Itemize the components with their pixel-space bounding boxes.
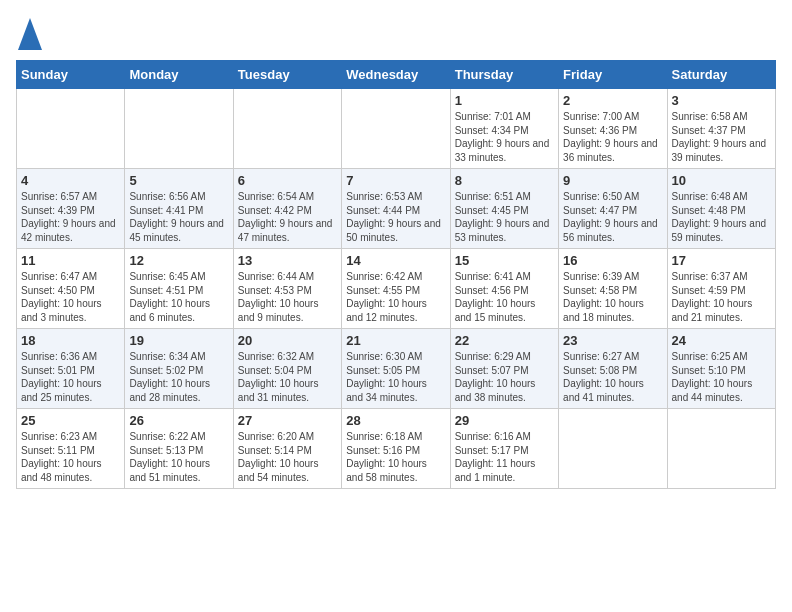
day-number: 24 xyxy=(672,333,771,348)
day-info: Sunrise: 6:54 AMSunset: 4:42 PMDaylight:… xyxy=(238,190,337,244)
calendar-cell: 12Sunrise: 6:45 AMSunset: 4:51 PMDayligh… xyxy=(125,249,233,329)
day-info: Sunrise: 6:58 AMSunset: 4:37 PMDaylight:… xyxy=(672,110,771,164)
calendar-cell: 26Sunrise: 6:22 AMSunset: 5:13 PMDayligh… xyxy=(125,409,233,489)
day-number: 4 xyxy=(21,173,120,188)
calendar-cell xyxy=(559,409,667,489)
day-info: Sunrise: 6:30 AMSunset: 5:05 PMDaylight:… xyxy=(346,350,445,404)
calendar-cell: 25Sunrise: 6:23 AMSunset: 5:11 PMDayligh… xyxy=(17,409,125,489)
day-number: 5 xyxy=(129,173,228,188)
day-number: 16 xyxy=(563,253,662,268)
calendar-cell: 3Sunrise: 6:58 AMSunset: 4:37 PMDaylight… xyxy=(667,89,775,169)
calendar-cell: 7Sunrise: 6:53 AMSunset: 4:44 PMDaylight… xyxy=(342,169,450,249)
day-number: 27 xyxy=(238,413,337,428)
calendar-header-monday: Monday xyxy=(125,61,233,89)
day-info: Sunrise: 6:53 AMSunset: 4:44 PMDaylight:… xyxy=(346,190,445,244)
day-info: Sunrise: 6:20 AMSunset: 5:14 PMDaylight:… xyxy=(238,430,337,484)
logo xyxy=(16,16,46,52)
day-number: 1 xyxy=(455,93,554,108)
day-info: Sunrise: 6:45 AMSunset: 4:51 PMDaylight:… xyxy=(129,270,228,324)
calendar-cell: 24Sunrise: 6:25 AMSunset: 5:10 PMDayligh… xyxy=(667,329,775,409)
day-number: 22 xyxy=(455,333,554,348)
calendar-header-wednesday: Wednesday xyxy=(342,61,450,89)
calendar-cell: 2Sunrise: 7:00 AMSunset: 4:36 PMDaylight… xyxy=(559,89,667,169)
calendar-week-row: 11Sunrise: 6:47 AMSunset: 4:50 PMDayligh… xyxy=(17,249,776,329)
day-number: 26 xyxy=(129,413,228,428)
calendar-cell: 8Sunrise: 6:51 AMSunset: 4:45 PMDaylight… xyxy=(450,169,558,249)
calendar-cell: 9Sunrise: 6:50 AMSunset: 4:47 PMDaylight… xyxy=(559,169,667,249)
day-number: 8 xyxy=(455,173,554,188)
calendar-cell: 17Sunrise: 6:37 AMSunset: 4:59 PMDayligh… xyxy=(667,249,775,329)
calendar-week-row: 25Sunrise: 6:23 AMSunset: 5:11 PMDayligh… xyxy=(17,409,776,489)
calendar-header-row: SundayMondayTuesdayWednesdayThursdayFrid… xyxy=(17,61,776,89)
day-number: 7 xyxy=(346,173,445,188)
calendar-cell: 6Sunrise: 6:54 AMSunset: 4:42 PMDaylight… xyxy=(233,169,341,249)
day-info: Sunrise: 6:48 AMSunset: 4:48 PMDaylight:… xyxy=(672,190,771,244)
day-info: Sunrise: 6:57 AMSunset: 4:39 PMDaylight:… xyxy=(21,190,120,244)
calendar-cell: 27Sunrise: 6:20 AMSunset: 5:14 PMDayligh… xyxy=(233,409,341,489)
calendar-cell: 4Sunrise: 6:57 AMSunset: 4:39 PMDaylight… xyxy=(17,169,125,249)
day-number: 19 xyxy=(129,333,228,348)
calendar-cell xyxy=(17,89,125,169)
calendar-cell: 21Sunrise: 6:30 AMSunset: 5:05 PMDayligh… xyxy=(342,329,450,409)
svg-marker-0 xyxy=(18,18,42,50)
calendar-cell: 11Sunrise: 6:47 AMSunset: 4:50 PMDayligh… xyxy=(17,249,125,329)
day-info: Sunrise: 6:36 AMSunset: 5:01 PMDaylight:… xyxy=(21,350,120,404)
calendar-cell xyxy=(342,89,450,169)
day-info: Sunrise: 6:25 AMSunset: 5:10 PMDaylight:… xyxy=(672,350,771,404)
calendar-week-row: 18Sunrise: 6:36 AMSunset: 5:01 PMDayligh… xyxy=(17,329,776,409)
calendar-cell xyxy=(667,409,775,489)
calendar-cell: 1Sunrise: 7:01 AMSunset: 4:34 PMDaylight… xyxy=(450,89,558,169)
calendar-week-row: 1Sunrise: 7:01 AMSunset: 4:34 PMDaylight… xyxy=(17,89,776,169)
day-number: 21 xyxy=(346,333,445,348)
calendar-cell: 10Sunrise: 6:48 AMSunset: 4:48 PMDayligh… xyxy=(667,169,775,249)
calendar-cell: 29Sunrise: 6:16 AMSunset: 5:17 PMDayligh… xyxy=(450,409,558,489)
day-info: Sunrise: 6:22 AMSunset: 5:13 PMDaylight:… xyxy=(129,430,228,484)
calendar-cell: 15Sunrise: 6:41 AMSunset: 4:56 PMDayligh… xyxy=(450,249,558,329)
calendar-header-saturday: Saturday xyxy=(667,61,775,89)
calendar-cell: 14Sunrise: 6:42 AMSunset: 4:55 PMDayligh… xyxy=(342,249,450,329)
calendar-header-thursday: Thursday xyxy=(450,61,558,89)
day-number: 29 xyxy=(455,413,554,428)
day-info: Sunrise: 6:51 AMSunset: 4:45 PMDaylight:… xyxy=(455,190,554,244)
day-number: 10 xyxy=(672,173,771,188)
day-info: Sunrise: 6:47 AMSunset: 4:50 PMDaylight:… xyxy=(21,270,120,324)
day-info: Sunrise: 6:27 AMSunset: 5:08 PMDaylight:… xyxy=(563,350,662,404)
calendar-cell: 28Sunrise: 6:18 AMSunset: 5:16 PMDayligh… xyxy=(342,409,450,489)
calendar-cell: 13Sunrise: 6:44 AMSunset: 4:53 PMDayligh… xyxy=(233,249,341,329)
calendar-cell: 20Sunrise: 6:32 AMSunset: 5:04 PMDayligh… xyxy=(233,329,341,409)
day-number: 20 xyxy=(238,333,337,348)
day-info: Sunrise: 6:34 AMSunset: 5:02 PMDaylight:… xyxy=(129,350,228,404)
day-info: Sunrise: 6:56 AMSunset: 4:41 PMDaylight:… xyxy=(129,190,228,244)
day-number: 2 xyxy=(563,93,662,108)
day-number: 12 xyxy=(129,253,228,268)
page-header xyxy=(16,16,776,52)
day-number: 6 xyxy=(238,173,337,188)
calendar-table: SundayMondayTuesdayWednesdayThursdayFrid… xyxy=(16,60,776,489)
logo-icon xyxy=(16,16,44,52)
day-info: Sunrise: 6:37 AMSunset: 4:59 PMDaylight:… xyxy=(672,270,771,324)
calendar-cell xyxy=(125,89,233,169)
calendar-cell: 5Sunrise: 6:56 AMSunset: 4:41 PMDaylight… xyxy=(125,169,233,249)
day-number: 9 xyxy=(563,173,662,188)
day-info: Sunrise: 7:00 AMSunset: 4:36 PMDaylight:… xyxy=(563,110,662,164)
day-info: Sunrise: 6:29 AMSunset: 5:07 PMDaylight:… xyxy=(455,350,554,404)
day-info: Sunrise: 6:23 AMSunset: 5:11 PMDaylight:… xyxy=(21,430,120,484)
day-number: 11 xyxy=(21,253,120,268)
day-info: Sunrise: 6:42 AMSunset: 4:55 PMDaylight:… xyxy=(346,270,445,324)
calendar-week-row: 4Sunrise: 6:57 AMSunset: 4:39 PMDaylight… xyxy=(17,169,776,249)
calendar-cell: 16Sunrise: 6:39 AMSunset: 4:58 PMDayligh… xyxy=(559,249,667,329)
day-number: 14 xyxy=(346,253,445,268)
calendar-cell: 23Sunrise: 6:27 AMSunset: 5:08 PMDayligh… xyxy=(559,329,667,409)
day-number: 17 xyxy=(672,253,771,268)
calendar-header-tuesday: Tuesday xyxy=(233,61,341,89)
calendar-cell: 19Sunrise: 6:34 AMSunset: 5:02 PMDayligh… xyxy=(125,329,233,409)
calendar-cell: 22Sunrise: 6:29 AMSunset: 5:07 PMDayligh… xyxy=(450,329,558,409)
calendar-cell xyxy=(233,89,341,169)
day-info: Sunrise: 6:32 AMSunset: 5:04 PMDaylight:… xyxy=(238,350,337,404)
day-number: 23 xyxy=(563,333,662,348)
day-info: Sunrise: 6:44 AMSunset: 4:53 PMDaylight:… xyxy=(238,270,337,324)
day-number: 28 xyxy=(346,413,445,428)
day-number: 13 xyxy=(238,253,337,268)
day-number: 25 xyxy=(21,413,120,428)
day-info: Sunrise: 6:41 AMSunset: 4:56 PMDaylight:… xyxy=(455,270,554,324)
